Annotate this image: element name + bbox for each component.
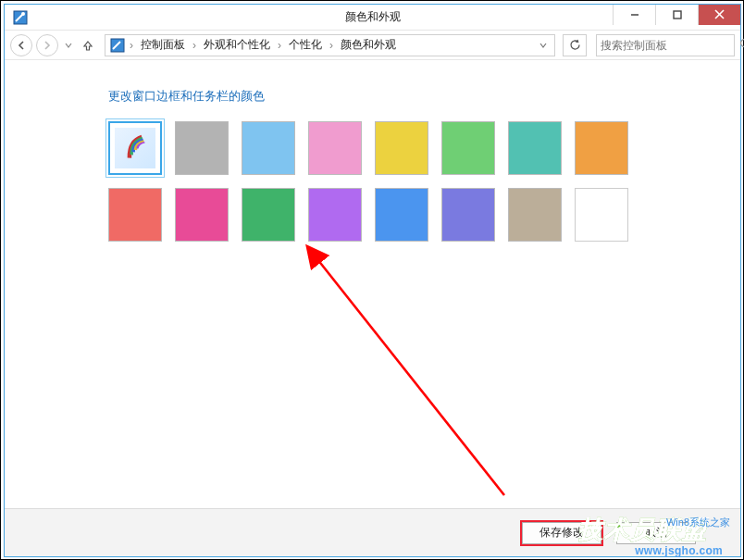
color-swatch-skyblue[interactable] <box>242 121 295 175</box>
bottom-bar: 保存修改 取消 <box>5 508 740 556</box>
address-icon <box>109 37 126 54</box>
breadcrumb-item[interactable]: 外观和个性化 <box>200 37 274 53</box>
color-swatch-gray[interactable] <box>175 121 229 175</box>
chevron-right-icon: › <box>276 39 283 52</box>
nav-forward-button[interactable] <box>36 34 58 56</box>
address-dropdown-icon[interactable] <box>536 39 551 52</box>
breadcrumb-item[interactable]: 颜色和外观 <box>337 37 400 53</box>
refresh-button[interactable] <box>563 34 587 56</box>
app-icon <box>12 9 29 26</box>
color-swatch-orange[interactable] <box>575 121 628 175</box>
nav-up-button[interactable] <box>79 34 97 56</box>
color-swatch-violet[interactable] <box>441 188 495 242</box>
chevron-right-icon: › <box>191 39 198 52</box>
color-swatch-coral[interactable] <box>108 188 162 242</box>
chevron-right-icon: › <box>328 39 335 52</box>
search-box[interactable] <box>596 34 735 56</box>
page-heading: 更改窗口边框和任务栏的颜色 <box>108 88 740 105</box>
navbar: › 控制面板 › 外观和个性化 › 个性化 › 颜色和外观 <box>5 31 740 60</box>
search-icon[interactable] <box>739 38 744 53</box>
breadcrumb-item[interactable]: 控制面板 <box>137 37 189 53</box>
svg-point-1 <box>21 12 25 16</box>
titlebar: 颜色和外观 <box>5 5 740 31</box>
search-input[interactable] <box>601 39 739 52</box>
color-swatch-green2[interactable] <box>242 188 295 242</box>
breadcrumb-item[interactable]: 个性化 <box>285 37 326 53</box>
svg-rect-3 <box>674 11 681 19</box>
color-swatch-grid <box>108 121 740 242</box>
close-button[interactable] <box>698 5 740 25</box>
content-area: 更改窗口边框和任务栏的颜色 <box>5 62 740 506</box>
color-swatch-yellow[interactable] <box>375 121 428 175</box>
color-swatch-purple[interactable] <box>308 188 362 242</box>
color-swatch-blue[interactable] <box>375 188 428 242</box>
color-swatch-teal[interactable] <box>508 121 562 175</box>
color-swatch-white[interactable] <box>575 188 628 242</box>
color-swatch-pink[interactable] <box>308 121 362 175</box>
svg-point-7 <box>741 39 745 46</box>
address-bar[interactable]: › 控制面板 › 外观和个性化 › 个性化 › 颜色和外观 <box>105 34 555 56</box>
nav-back-button[interactable] <box>10 34 32 56</box>
cancel-button[interactable]: 取消 <box>616 522 696 544</box>
minimize-button[interactable] <box>613 5 655 25</box>
color-swatch-green[interactable] <box>441 121 495 175</box>
color-swatch-tan[interactable] <box>508 188 562 242</box>
nav-history-dropdown[interactable] <box>62 34 75 56</box>
color-swatch-magenta[interactable] <box>175 188 229 242</box>
chevron-right-icon: › <box>128 39 135 52</box>
maximize-button[interactable] <box>655 5 698 25</box>
color-swatch-auto[interactable] <box>108 121 162 175</box>
save-button[interactable]: 保存修改 <box>522 522 601 544</box>
